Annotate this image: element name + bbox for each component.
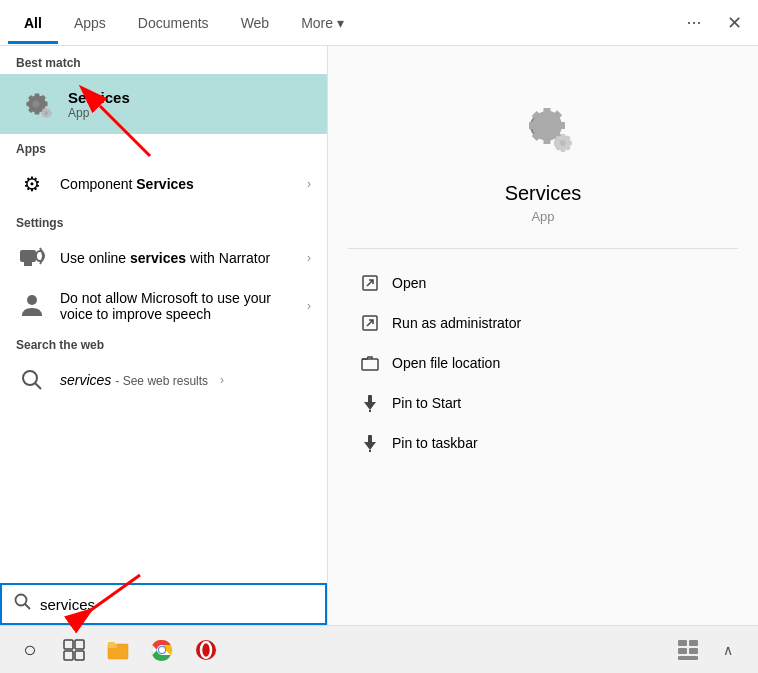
search-bar xyxy=(0,583,327,625)
taskbar-opera[interactable] xyxy=(188,632,224,668)
do-not-allow-item[interactable]: Do not allow Microsoft to use your voice… xyxy=(0,282,327,330)
tab-bar-right: ··· ✕ xyxy=(678,7,750,39)
use-online-services-item[interactable]: Use online services with Narrator › xyxy=(0,234,327,282)
right-panel-icon xyxy=(503,86,583,166)
svg-line-13 xyxy=(25,604,30,609)
left-spacer xyxy=(0,404,327,583)
svg-rect-38 xyxy=(689,640,698,646)
tab-bar: All Apps Documents Web More ▾ ··· ✕ xyxy=(0,0,758,46)
tab-apps[interactable]: Apps xyxy=(58,3,122,43)
pin-taskbar-icon xyxy=(360,433,380,453)
run-admin-label: Run as administrator xyxy=(392,315,521,331)
svg-rect-17 xyxy=(362,359,378,370)
svg-rect-5 xyxy=(24,262,32,266)
best-match-label: Best match xyxy=(0,46,327,74)
web-search-chevron: › xyxy=(220,373,224,387)
right-panel-subtitle: App xyxy=(531,209,554,224)
svg-point-8 xyxy=(23,371,37,385)
svg-rect-26 xyxy=(64,651,73,660)
tab-all[interactable]: All xyxy=(8,3,58,43)
open-label: Open xyxy=(392,275,426,291)
svg-rect-23 xyxy=(369,450,371,452)
taskbar-task-view[interactable] xyxy=(56,632,92,668)
web-search-text: services- See web results xyxy=(60,372,208,388)
do-not-allow-icon xyxy=(16,290,48,322)
svg-rect-40 xyxy=(689,648,698,654)
svg-marker-19 xyxy=(364,402,376,410)
svg-rect-39 xyxy=(678,648,687,654)
best-match-item[interactable]: Services App xyxy=(0,74,327,134)
search-input[interactable] xyxy=(40,596,313,613)
action-list: Open Run as administrator xyxy=(348,265,738,461)
best-match-subtitle: App xyxy=(68,106,130,120)
run-admin-icon xyxy=(360,313,380,333)
taskbar-chevron-up[interactable]: ∧ xyxy=(710,632,746,668)
web-search-icon xyxy=(16,364,48,396)
taskbar-chrome[interactable] xyxy=(144,632,180,668)
use-online-services-text: Use online services with Narrator xyxy=(60,250,295,266)
ellipsis-button[interactable]: ··· xyxy=(678,7,710,39)
use-online-services-chevron: › xyxy=(307,251,311,265)
action-pin-to-start[interactable]: Pin to Start xyxy=(348,385,738,421)
taskbar-explorer[interactable] xyxy=(100,632,136,668)
do-not-allow-chevron: › xyxy=(307,299,311,313)
web-search-item[interactable]: services- See web results › xyxy=(0,356,327,404)
services-icon xyxy=(16,84,56,124)
svg-rect-4 xyxy=(20,250,36,262)
tab-web[interactable]: Web xyxy=(225,3,286,43)
taskbar: ○ xyxy=(0,625,758,673)
taskbar-notification[interactable] xyxy=(670,632,706,668)
pin-taskbar-label: Pin to taskbar xyxy=(392,435,478,451)
taskbar-search[interactable]: ○ xyxy=(12,632,48,668)
taskbar-right: ∧ xyxy=(670,632,746,668)
svg-point-34 xyxy=(159,647,165,653)
file-location-icon xyxy=(360,353,380,373)
right-panel-divider xyxy=(348,248,738,249)
do-not-allow-text: Do not allow Microsoft to use your voice… xyxy=(60,290,295,322)
svg-rect-41 xyxy=(678,656,698,660)
svg-line-9 xyxy=(35,383,41,389)
svg-marker-22 xyxy=(364,442,376,450)
svg-rect-24 xyxy=(64,640,73,649)
open-icon xyxy=(360,273,380,293)
right-panel: Services App Open xyxy=(328,46,758,625)
best-match-title: Services xyxy=(68,89,130,106)
search-window: All Apps Documents Web More ▾ ··· ✕ Best… xyxy=(0,0,758,673)
component-services-chevron: › xyxy=(307,177,311,191)
action-run-as-admin[interactable]: Run as administrator xyxy=(348,305,738,341)
action-open[interactable]: Open xyxy=(348,265,738,301)
main-content: Best match xyxy=(0,46,758,625)
file-location-label: Open file location xyxy=(392,355,500,371)
web-section-label: Search the web xyxy=(0,330,327,356)
svg-rect-27 xyxy=(75,651,84,660)
svg-point-7 xyxy=(27,295,37,305)
action-pin-to-taskbar[interactable]: Pin to taskbar xyxy=(348,425,738,461)
tab-more[interactable]: More ▾ xyxy=(285,3,360,43)
left-panel: Best match xyxy=(0,46,328,625)
narrator-icon xyxy=(16,242,48,274)
right-panel-title: Services xyxy=(505,182,582,205)
tab-documents[interactable]: Documents xyxy=(122,3,225,43)
component-services-icon: ⚙ xyxy=(16,168,48,200)
component-services-item[interactable]: ⚙ Component Services › xyxy=(0,160,327,208)
close-button[interactable]: ✕ xyxy=(718,7,750,39)
pin-start-label: Pin to Start xyxy=(392,395,461,411)
svg-rect-30 xyxy=(108,642,115,645)
pin-start-icon xyxy=(360,393,380,413)
svg-rect-20 xyxy=(369,410,371,412)
action-open-file-location[interactable]: Open file location xyxy=(348,345,738,381)
svg-rect-37 xyxy=(678,640,687,646)
apps-section-label: Apps xyxy=(0,134,327,160)
settings-section-label: Settings xyxy=(0,208,327,234)
svg-point-12 xyxy=(16,595,27,606)
search-bar-icon xyxy=(14,593,32,615)
component-services-text: Component Services xyxy=(60,176,295,192)
best-match-text: Services App xyxy=(68,89,130,120)
gear-svg xyxy=(18,86,54,122)
svg-rect-25 xyxy=(75,640,84,649)
